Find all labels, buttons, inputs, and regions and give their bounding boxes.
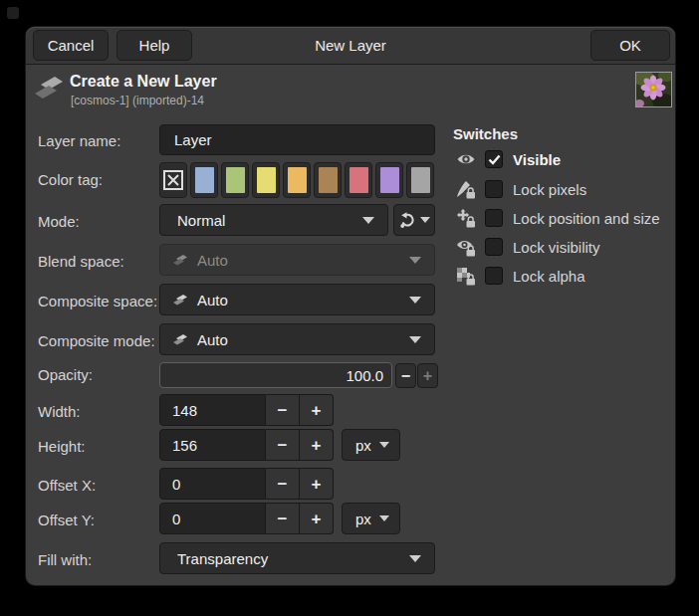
color-tag-violet[interactable] (375, 162, 403, 198)
layers-icon (172, 254, 188, 267)
opacity-value: 100.0 (346, 367, 383, 384)
height-increment-button[interactable]: + (300, 429, 334, 461)
visible-switch-row: Visible (456, 147, 561, 171)
ok-button[interactable]: OK (590, 30, 670, 61)
lock-alpha-row: Lock alpha (456, 264, 585, 288)
chevron-down-icon (409, 297, 421, 304)
opacity-slider[interactable]: 100.0 (159, 362, 392, 388)
size-unit-dropdown[interactable]: px (342, 429, 400, 461)
width-label: Width: (38, 403, 81, 420)
lock-pixels-row: Lock pixels (456, 177, 586, 201)
composite-space-dropdown[interactable]: Auto (159, 284, 435, 315)
blend-space-value: Auto (197, 252, 228, 269)
height-spinner: − + (159, 429, 334, 461)
swatch-color (226, 167, 245, 193)
color-tag-blue[interactable] (190, 162, 218, 198)
offset-y-input[interactable] (159, 503, 266, 534)
width-spinner: − + (159, 394, 334, 426)
offset-y-increment-button[interactable]: + (300, 503, 334, 534)
lock-visibility-checkbox[interactable] (485, 238, 503, 256)
image-name-subtitle: [cosmos-1] (imported)-14 (71, 94, 204, 107)
chevron-down-icon (379, 442, 389, 448)
lock-pixels-checkbox[interactable] (485, 180, 503, 198)
offset-y-label: Offset Y: (38, 512, 95, 528)
mode-dropdown[interactable]: Normal (159, 204, 388, 236)
offset-x-label: Offset X: (38, 477, 96, 494)
height-input[interactable] (159, 429, 266, 461)
brush-lock-icon (456, 179, 476, 199)
layers-icon (172, 294, 188, 307)
color-tag-orange[interactable] (283, 162, 311, 198)
chevron-down-icon (420, 217, 430, 223)
offset-y-decrement-button[interactable]: − (266, 503, 300, 534)
offset-x-decrement-button[interactable]: − (266, 468, 300, 500)
image-thumbnail (635, 72, 672, 107)
offset-x-increment-button[interactable]: + (300, 468, 334, 500)
lock-visibility-label: Lock visibility (513, 239, 600, 256)
lock-alpha-label: Lock alpha (513, 268, 585, 285)
visible-checkbox[interactable] (485, 150, 503, 168)
offset-y-spinner: − + (159, 503, 334, 534)
blend-space-dropdown: Auto (159, 244, 435, 276)
swatch-color (380, 167, 399, 193)
height-label: Height: (38, 438, 86, 455)
composite-space-label: Composite space: (38, 293, 157, 309)
lock-alpha-checkbox[interactable] (485, 267, 503, 285)
fill-with-label: Fill with: (38, 551, 92, 568)
lock-position-row: Lock position and size (456, 206, 660, 230)
reset-icon (399, 212, 416, 229)
offset-x-input[interactable] (159, 468, 266, 500)
layers-icon (172, 333, 188, 346)
blend-space-label: Blend space: (38, 253, 124, 270)
lock-position-checkbox[interactable] (485, 209, 503, 227)
composite-mode-value: Auto (197, 331, 228, 348)
dialog-heading: Create a New Layer (70, 73, 217, 91)
fill-with-dropdown[interactable]: Transparency (159, 542, 435, 574)
color-tag-brown[interactable] (314, 162, 342, 198)
offset-unit-dropdown[interactable]: px (342, 503, 400, 534)
composite-mode-label: Composite mode: (38, 332, 155, 349)
color-tag-red[interactable] (345, 162, 372, 198)
size-unit-value: px (355, 437, 371, 454)
desktop-artifact (7, 7, 19, 19)
layer-name-input[interactable] (159, 124, 435, 155)
swatch-color (319, 167, 338, 193)
offset-unit-value: px (355, 511, 371, 527)
lock-position-label: Lock position and size (513, 210, 660, 227)
switches-heading: Switches (453, 125, 518, 142)
fill-with-value: Transparency (177, 550, 268, 567)
composite-mode-dropdown[interactable]: Auto (159, 323, 435, 355)
swatch-color (411, 167, 430, 193)
check-icon (488, 154, 501, 165)
chevron-down-icon (409, 336, 421, 343)
color-tag-gray[interactable] (406, 162, 434, 198)
cancel-button[interactable]: Cancel (33, 30, 109, 61)
swatch-color (350, 167, 368, 193)
color-tag-swatches (159, 162, 434, 198)
color-tag-none[interactable] (159, 162, 187, 198)
swatch-color (288, 167, 307, 193)
opacity-increment-button[interactable]: + (417, 363, 438, 388)
help-button[interactable]: Help (116, 30, 192, 61)
swatch-color (195, 167, 214, 193)
color-tag-green[interactable] (221, 162, 249, 198)
width-decrement-button[interactable]: − (266, 394, 300, 426)
visibility-lock-icon (456, 237, 476, 257)
visible-label: Visible (513, 151, 561, 168)
offset-x-spinner: − + (159, 468, 334, 500)
titlebar[interactable]: New Layer Cancel Help OK (26, 27, 675, 65)
opacity-decrement-button[interactable]: − (395, 363, 416, 388)
lock-pixels-label: Lock pixels (513, 181, 586, 198)
width-increment-button[interactable]: + (300, 394, 334, 426)
chevron-down-icon (362, 217, 374, 224)
color-tag-yellow[interactable] (252, 162, 280, 198)
alpha-lock-icon (456, 266, 476, 286)
layer-name-label: Layer name: (38, 132, 120, 149)
height-decrement-button[interactable]: − (266, 429, 300, 461)
no-color-icon (163, 170, 183, 190)
width-input[interactable] (159, 394, 266, 426)
eye-icon (456, 149, 476, 169)
swatch-color (257, 167, 276, 193)
chevron-down-icon (409, 555, 421, 562)
mode-reset-button[interactable] (393, 204, 435, 236)
